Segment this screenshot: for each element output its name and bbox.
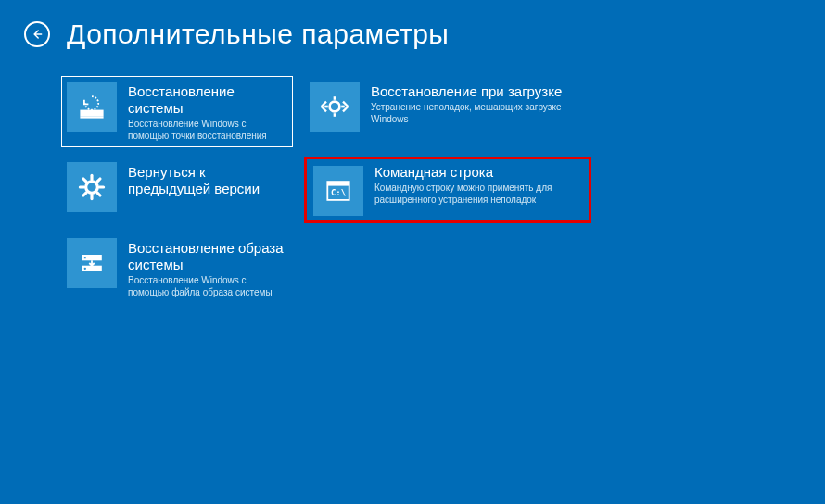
- svg-line-14: [83, 193, 86, 195]
- tile-title: Вернуться к предыдущей версии: [128, 164, 286, 197]
- tile-text: Восстановление системы Восстановление Wi…: [128, 82, 286, 142]
- options-grid: Восстановление системы Восстановление Wi…: [0, 50, 825, 304]
- tile-desc: Восстановление Windows с помощью точки в…: [128, 119, 286, 142]
- tile-title: Командная строка: [374, 164, 584, 181]
- svg-point-7: [86, 182, 98, 194]
- svg-line-15: [97, 179, 100, 182]
- svg-rect-0: [80, 110, 103, 117]
- header: Дополнительные параметры: [0, 0, 825, 50]
- page-title: Дополнительные параметры: [67, 19, 449, 50]
- tile-title: Восстановление образа системы: [128, 240, 286, 273]
- tile-desc: Устранение неполадок, мешающих загрузке …: [371, 102, 584, 125]
- image-recovery-icon: [67, 238, 117, 288]
- system-restore-icon: [67, 82, 117, 132]
- svg-line-12: [83, 179, 86, 182]
- svg-rect-17: [327, 182, 349, 186]
- tile-desc: Восстановление Windows с помощью файла о…: [128, 275, 286, 298]
- tile-text: Командная строка Командную строку можно …: [374, 162, 584, 206]
- tile-title: Восстановление системы: [128, 83, 286, 117]
- tile-desc: Командную строку можно применять для рас…: [374, 183, 584, 206]
- arrow-left-icon: [31, 28, 44, 41]
- svg-line-13: [97, 193, 100, 195]
- tile-text: Восстановление при загрузке Устранение н…: [371, 82, 584, 125]
- tile-go-back[interactable]: Вернуться к предыдущей версии: [61, 157, 293, 223]
- tile-system-restore[interactable]: Восстановление системы Восстановление Wi…: [61, 76, 293, 147]
- tile-startup-repair[interactable]: Восстановление при загрузке Устранение н…: [304, 76, 591, 147]
- tile-title: Восстановление при загрузке: [371, 83, 584, 100]
- svg-point-21: [84, 257, 86, 258]
- tile-command-prompt[interactable]: C:\ Командная строка Командную строку мо…: [304, 157, 591, 223]
- command-prompt-icon: C:\: [313, 166, 363, 216]
- tile-text: Восстановление образа системы Восстановл…: [128, 238, 286, 298]
- svg-rect-1: [80, 117, 103, 119]
- svg-point-2: [330, 102, 340, 112]
- tile-image-recovery[interactable]: Восстановление образа системы Восстановл…: [61, 233, 293, 304]
- svg-point-22: [84, 268, 86, 270]
- go-back-icon: [67, 162, 117, 212]
- tile-text: Вернуться к предыдущей версии: [128, 162, 286, 199]
- back-button[interactable]: [24, 21, 50, 47]
- startup-repair-icon: [310, 82, 360, 132]
- svg-text:C:\: C:\: [331, 188, 346, 197]
